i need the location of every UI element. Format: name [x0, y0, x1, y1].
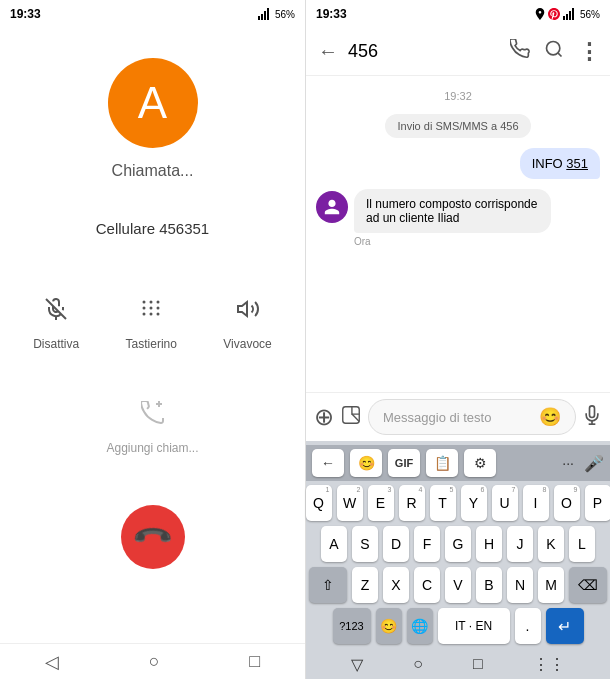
key-f[interactable]: F [414, 526, 440, 562]
key-c[interactable]: C [414, 567, 440, 603]
svg-rect-21 [572, 8, 574, 20]
key-u[interactable]: 7U [492, 485, 518, 521]
keypad-label: Tastierino [126, 337, 177, 351]
key-w[interactable]: 2W [337, 485, 363, 521]
toolbar-gif-button[interactable]: GIF [388, 449, 420, 477]
key-h[interactable]: H [476, 526, 502, 562]
message-input-area: ⊕ Messaggio di testo 😊 [306, 392, 610, 441]
toolbar-settings-button[interactable]: ⚙ [464, 449, 496, 477]
key-g[interactable]: G [445, 526, 471, 562]
phone-header-icon[interactable] [506, 35, 534, 68]
nav-home-icon[interactable]: ○ [413, 655, 423, 673]
key-row-2: A S D F G H J K L [310, 526, 606, 562]
speaker-label: Vivavoce [223, 337, 271, 351]
svg-rect-0 [258, 16, 260, 20]
key-t[interactable]: 5T [430, 485, 456, 521]
key-k[interactable]: K [538, 526, 564, 562]
phone-number: Cellulare 456351 [96, 220, 209, 237]
toolbar-clipboard-button[interactable]: 📋 [426, 449, 458, 477]
header-icons: ⋮ [506, 35, 604, 69]
message-input-box[interactable]: Messaggio di testo 😊 [368, 399, 576, 435]
svg-rect-1 [261, 14, 263, 20]
key-x[interactable]: X [383, 567, 409, 603]
add-call-button[interactable]: Aggiungi chiam... [106, 391, 198, 455]
received-text: Il numero composto corrisponde ad un cli… [366, 197, 537, 225]
end-call-button[interactable]: 📞 [121, 505, 185, 569]
key-m[interactable]: M [538, 567, 564, 603]
toolbar-more-button[interactable]: ··· [558, 455, 578, 471]
system-message: Invio di SMS/MMS a 456 [385, 114, 530, 138]
key-s[interactable]: S [352, 526, 378, 562]
call-controls: Disattiva Tastierino Vivav [0, 287, 305, 351]
key-p[interactable]: P [585, 485, 611, 521]
key-emoji[interactable]: 😊 [376, 608, 402, 644]
keypad-button[interactable]: Tastierino [126, 287, 177, 351]
underlined-text: 351 [566, 156, 588, 171]
back-nav-icon[interactable]: ◁ [45, 651, 59, 673]
key-d[interactable]: D [383, 526, 409, 562]
key-o[interactable]: 9O [554, 485, 580, 521]
battery-left: 56% [275, 9, 295, 20]
signal-icon [258, 8, 272, 20]
more-options-icon[interactable]: ⋮ [574, 35, 604, 69]
chat-title: 456 [348, 41, 506, 62]
key-v[interactable]: V [445, 567, 471, 603]
key-language[interactable]: IT · EN [438, 608, 510, 644]
back-button[interactable]: ← [312, 34, 344, 69]
key-b[interactable]: B [476, 567, 502, 603]
mute-label: Disattiva [33, 337, 79, 351]
search-header-icon[interactable] [540, 35, 568, 68]
end-call-icon: 📞 [130, 515, 175, 560]
chat-body: 19:32 Invio di SMS/MMS a 456 INFO 351 Il… [306, 76, 610, 392]
svg-rect-19 [566, 14, 568, 20]
key-globe[interactable]: 🌐 [407, 608, 433, 644]
status-bar-left: 19:33 56% [0, 0, 305, 28]
keyboard: ← 😊 GIF 📋 ⚙ ··· 🎤 1Q 2W 3E 4R 5T 6Y 7U 8… [306, 441, 610, 679]
nav-square-icon[interactable]: □ [473, 655, 483, 673]
key-q[interactable]: 1Q [306, 485, 332, 521]
key-e[interactable]: 3E [368, 485, 394, 521]
avatar: A [108, 58, 198, 148]
speaker-button[interactable]: Vivavoce [223, 287, 271, 351]
toolbar-mic-icon[interactable]: 🎤 [584, 454, 604, 473]
emoji-button[interactable]: 😊 [539, 406, 561, 428]
key-enter[interactable]: ↵ [546, 608, 584, 644]
key-period[interactable]: . [515, 608, 541, 644]
toolbar-emoji-button[interactable]: 😊 [350, 449, 382, 477]
key-row-3: ⇧ Z X C V B N M ⌫ [310, 567, 606, 603]
sent-message: INFO 351 [316, 148, 600, 179]
key-j[interactable]: J [507, 526, 533, 562]
svg-rect-20 [569, 11, 571, 20]
mute-button[interactable]: Disattiva [33, 287, 79, 351]
key-y[interactable]: 6Y [461, 485, 487, 521]
svg-point-12 [143, 313, 146, 316]
nav-down-icon[interactable]: ▽ [351, 655, 363, 674]
key-i[interactable]: 8I [523, 485, 549, 521]
home-nav-icon[interactable]: ○ [149, 651, 160, 672]
add-attachment-button[interactable]: ⊕ [314, 403, 334, 431]
svg-line-23 [558, 53, 562, 57]
key-num-switch[interactable]: ?123 [333, 608, 371, 644]
mute-icon [34, 287, 78, 331]
key-n[interactable]: N [507, 567, 533, 603]
recents-nav-icon[interactable]: □ [249, 651, 260, 672]
svg-point-13 [150, 313, 153, 316]
key-delete[interactable]: ⌫ [569, 567, 607, 603]
key-l[interactable]: L [569, 526, 595, 562]
key-r[interactable]: 4R [399, 485, 425, 521]
mic-button[interactable] [582, 405, 602, 430]
key-shift[interactable]: ⇧ [309, 567, 347, 603]
chat-header: ← 456 ⋮ [306, 28, 610, 76]
nav-grid-icon[interactable]: ⋮⋮ [533, 655, 565, 674]
received-bubble: Il numero composto corrisponde ad un cli… [354, 189, 551, 233]
key-z[interactable]: Z [352, 567, 378, 603]
key-a[interactable]: A [321, 526, 347, 562]
svg-point-8 [157, 301, 160, 304]
right-panel: 19:33 56% ← 456 [305, 0, 610, 679]
svg-point-11 [157, 307, 160, 310]
sent-bubble: INFO 351 [520, 148, 600, 179]
battery-right: 56% [580, 9, 600, 20]
sticker-button[interactable] [340, 404, 362, 431]
keyboard-rows: 1Q 2W 3E 4R 5T 6Y 7U 8I 9O P A S D F G H… [306, 481, 610, 644]
toolbar-back-button[interactable]: ← [312, 449, 344, 477]
